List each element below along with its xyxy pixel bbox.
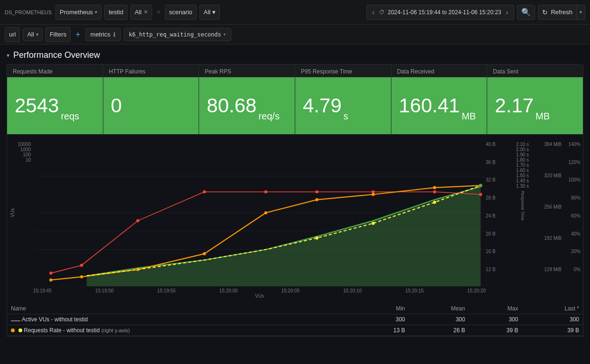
- info-icon[interactable]: ℹ: [113, 31, 116, 38]
- prev-time-icon[interactable]: ‹: [371, 9, 377, 16]
- refresh-button[interactable]: ↻ Refresh: [538, 5, 577, 20]
- filters-pill[interactable]: Filters: [45, 27, 71, 42]
- x-tick-8: 15:20:20: [467, 288, 486, 293]
- metrics-chevron-icon: ▾: [223, 32, 226, 37]
- rps-tick-4: 24 B: [486, 213, 507, 218]
- legend-annotation-1: (right y-axis): [101, 328, 130, 333]
- legend-name-0: Active VUs - without testid: [7, 314, 356, 325]
- stat-unit-3: s: [344, 111, 348, 125]
- resp-tick-2: 1.40 s: [509, 178, 536, 183]
- stat-unit-5: MB: [536, 111, 550, 125]
- y-axis-rps: 40 B 36 B 32 B 28 B 24 B 20 B 16 B 12 B: [486, 139, 509, 286]
- vus-tick-4: 10000: [9, 142, 31, 147]
- metrics-value-dropdown[interactable]: k6_http_req_waiting_seconds ▾: [124, 28, 231, 41]
- stat-card-body-5: 2.17 MB: [487, 77, 583, 134]
- scenario-pill: scenario: [165, 5, 197, 20]
- stat-card-data-sent: Data Sent 2.17 MB: [487, 64, 583, 135]
- legend-max-1: 39 B: [469, 325, 522, 336]
- chart-svg: [36, 139, 486, 286]
- legend-min-0: 300: [356, 314, 409, 325]
- red-dot-8: [433, 190, 436, 193]
- stat-card-header-1: HTTP Failures: [103, 64, 199, 77]
- top-bar: DS_PROMETHEUS Prometheus ▾ testid All ✕ …: [0, 0, 590, 25]
- yellow-dot-3: [433, 201, 436, 204]
- url-pill: url: [5, 27, 20, 42]
- y-axis-data: 384 MiB 320 MiB 256 MiB 192 MiB 128 MiB: [536, 139, 562, 286]
- x-tick-6: 15:20:10: [343, 288, 362, 293]
- refresh-dropdown[interactable]: ▾: [577, 5, 585, 20]
- scenario-label: scenario: [169, 9, 192, 16]
- stat-value-2: 80.68: [207, 96, 256, 116]
- datasource-label: Prometheus: [60, 9, 93, 16]
- testid-label: testid: [109, 9, 123, 16]
- y-axis-vus-container: VUs 10000 1000 100 10: [7, 139, 36, 286]
- legend-col-mean: Mean: [409, 303, 469, 314]
- stat-value-0: 2543: [15, 96, 59, 116]
- stat-card-header-2: Peak RPS: [199, 64, 295, 77]
- legend-header-row: Name Min Mean Max Last *: [7, 303, 583, 314]
- all-pill-1[interactable]: All ✕: [130, 5, 152, 20]
- yellow-dot-2: [372, 222, 374, 225]
- datasource-chevron-icon: ▾: [95, 9, 97, 15]
- red-dot-5: [264, 190, 267, 193]
- time-range[interactable]: ‹ ⏱ 2024-11-06 15:19:44 to 2024-11-06 15…: [366, 5, 515, 20]
- x-tick-2: 15:19:50: [95, 288, 114, 293]
- orange-dot-8: [433, 186, 436, 190]
- datasource-dropdown[interactable]: Prometheus ▾: [55, 5, 101, 20]
- resp-tick-6: 1.80 s: [509, 157, 536, 163]
- legend-row-0[interactable]: Active VUs - without testid 300 300 300 …: [7, 314, 583, 325]
- metrics-label: metrics: [91, 31, 110, 38]
- stat-card-body-3: 4.79 s: [295, 77, 391, 134]
- separator-1: ✕: [156, 9, 161, 16]
- url-all-label: All: [27, 31, 34, 38]
- green-dot-end: [479, 184, 482, 187]
- zoom-out-button[interactable]: 🔍: [517, 5, 535, 20]
- section-collapse-icon[interactable]: ▾: [7, 52, 9, 59]
- stat-card-p95-response: P95 Response Time 4.79 s: [295, 64, 391, 135]
- stat-unit-2: req/s: [258, 111, 279, 125]
- legend-table: Name Min Mean Max Last * Active VUs - wi…: [7, 303, 583, 336]
- pct-tick-8: 140%: [562, 142, 581, 147]
- pct-tick-6: 100%: [562, 177, 581, 182]
- chart-plot[interactable]: [36, 139, 486, 286]
- orange-dot-5: [264, 211, 267, 215]
- y-axis-pct: 140% 120% 100% 80% 60% 40% 20% 0%: [562, 139, 583, 286]
- all-pill-2[interactable]: All ▾: [200, 5, 220, 20]
- data-tick-3: 256 MiB: [536, 204, 562, 209]
- pct-tick-2: 20%: [562, 249, 581, 254]
- pct-tick-4: 60%: [562, 213, 581, 218]
- refresh-chevron-icon: ▾: [580, 9, 582, 15]
- chart-inner: VUs 10000 1000 100 10: [7, 139, 583, 286]
- x-tick-4: 15:20:00: [219, 288, 238, 293]
- rps-tick-2: 16 B: [486, 249, 507, 254]
- x-tick-5: 15:20:05: [281, 288, 300, 293]
- clock-icon: ⏱: [379, 9, 385, 16]
- stat-value-5: 2.17: [495, 96, 534, 116]
- resp-tick-9: 2.10 s: [509, 142, 536, 147]
- stat-card-header-3: P95 Response Time: [295, 64, 391, 77]
- refresh-group: ↻ Refresh ▾: [538, 5, 585, 20]
- orange-dot-4: [203, 252, 206, 255]
- x-axis-label: VUs: [33, 293, 486, 301]
- legend-mean-1: 26 B: [409, 325, 469, 336]
- red-dot-1: [49, 272, 52, 275]
- stat-card-header-4: Data Received: [391, 64, 487, 77]
- close-icon-1[interactable]: ✕: [144, 9, 148, 15]
- data-tick-2: 192 MiB: [536, 236, 562, 241]
- url-all-dropdown[interactable]: All ▾: [23, 28, 42, 41]
- legend-col-min: Min: [356, 303, 409, 314]
- legend-last-1: 39 B: [522, 325, 583, 336]
- legend-row-1[interactable]: Requests Rate - without testid (right y-…: [7, 325, 583, 336]
- next-time-icon[interactable]: ›: [504, 9, 510, 16]
- rps-tick-8: 40 B: [486, 142, 507, 147]
- legend-name-1: Requests Rate - without testid (right y-…: [7, 325, 356, 336]
- orange-dot-1: [49, 278, 52, 282]
- orange-dot-2: [80, 275, 83, 279]
- data-tick-4: 320 MiB: [536, 173, 562, 178]
- resp-tick-8: 2.00 s: [509, 147, 536, 152]
- add-filter-button[interactable]: +: [73, 30, 82, 39]
- resp-tick-5: 1.70 s: [509, 163, 536, 168]
- gray-line-icon: [11, 320, 20, 321]
- refresh-label: Refresh: [551, 9, 572, 16]
- rps-tick-6: 32 B: [486, 177, 507, 182]
